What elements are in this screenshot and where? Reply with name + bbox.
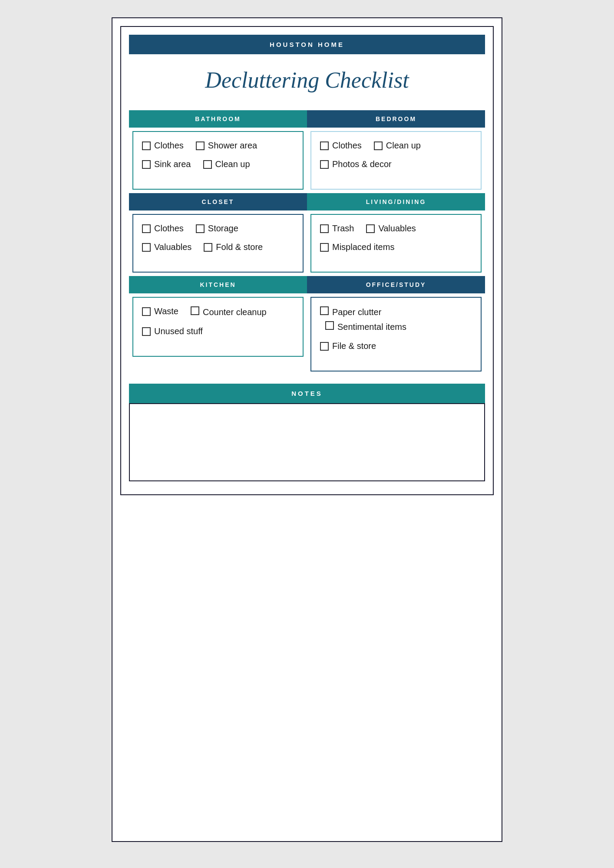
checkbox-bathroom-shower[interactable] [196,141,205,150]
checkbox-living-trash[interactable] [320,224,329,233]
checkbox-bathroom-clothes[interactable] [142,141,151,150]
brand-banner: HOUSTON HOME [129,35,485,54]
outer-border: HOUSTON HOME Decluttering Checklist BATH… [120,26,494,495]
closet-clothes-label: Clothes [154,224,184,233]
bedroom-row-1: Clothes Clean up [320,141,472,154]
closet-item-clothes: Clothes [142,224,184,233]
office-row-1: Paper clutter Sentimental items [320,306,472,336]
closet-section: CLOSET Clothes Storage [129,193,307,276]
bathroom-clothes-label: Clothes [154,141,184,151]
closet-item-storage: Storage [196,224,238,233]
kitchen-row-2: Unused stuff [142,326,294,340]
notes-header: NOTES [129,384,485,403]
bedroom-cleanup-label: Clean up [386,141,421,151]
bathroom-item-sink: Sink area [142,159,191,169]
checkbox-living-misplaced[interactable] [320,243,329,252]
kitchen-content: Waste Counter cleanup Unused stuff [132,297,304,357]
office-file-label: File & store [332,341,376,351]
sections-grid: BATHROOM Clothes Shower area [129,110,485,375]
closet-fold-label: Fold & store [216,242,263,252]
bathroom-row-1: Clothes Shower area [142,141,294,154]
bathroom-shower-label: Shower area [208,141,257,151]
office-sentimental-label: Sentimental items [337,321,406,332]
checkbox-living-valuables[interactable] [366,224,375,233]
checkbox-kitchen-waste[interactable] [142,307,151,316]
notes-content [129,403,485,481]
checkbox-closet-storage[interactable] [196,224,205,233]
living-row-1: Trash Valuables [320,224,472,237]
closet-header: CLOSET [129,193,307,210]
living-item-trash: Trash [320,224,354,233]
bathroom-item-clothes: Clothes [142,141,184,151]
bathroom-section: BATHROOM Clothes Shower area [129,110,307,193]
living-misplaced-label: Misplaced items [332,242,394,252]
office-content: Paper clutter Sentimental items File & s… [310,297,482,372]
bathroom-cleanup-label: Clean up [215,159,250,169]
office-item-file: File & store [320,341,376,351]
kitchen-unused-label: Unused stuff [154,326,203,336]
checkbox-office-file[interactable] [320,342,329,351]
office-paper-label: Paper clutter [332,306,381,318]
living-row-2: Misplaced items [320,242,472,256]
living-item-valuables: Valuables [366,224,416,233]
checkbox-bedroom-photos[interactable] [320,160,329,169]
bedroom-item-cleanup: Clean up [374,141,421,151]
living-item-misplaced: Misplaced items [320,242,394,252]
bedroom-section: BEDROOM Clothes Clean up [307,110,485,193]
office-section: OFFICE/STUDY Paper clutter Sentimental i… [307,276,485,375]
closet-valuables-label: Valuables [154,242,191,252]
living-valuables-label: Valuables [378,224,416,233]
bedroom-row-2: Photos & decor [320,159,472,173]
kitchen-header: KITCHEN [129,276,307,293]
living-section: LIVING/DINING Trash Valuables [307,193,485,276]
closet-row-2: Valuables Fold & store [142,242,294,256]
bedroom-header: BEDROOM [307,110,485,128]
checkbox-closet-valuables[interactable] [142,243,151,252]
page-title: Decluttering Checklist [121,54,493,110]
checkbox-kitchen-unused[interactable] [142,327,151,336]
checkbox-office-sentimental[interactable] [325,321,334,330]
living-header: LIVING/DINING [307,193,485,210]
checkbox-bedroom-clothes[interactable] [320,141,329,150]
checkbox-closet-clothes[interactable] [142,224,151,233]
checkbox-bedroom-cleanup[interactable] [374,141,383,150]
checkbox-closet-fold[interactable] [204,243,212,252]
page: HOUSTON HOME Decluttering Checklist BATH… [112,17,502,842]
bathroom-header: BATHROOM [129,110,307,128]
closet-row-1: Clothes Storage [142,224,294,237]
office-header: OFFICE/STUDY [307,276,485,293]
kitchen-item-counter: Counter cleanup [191,306,267,318]
bathroom-content: Clothes Shower area Sink area [132,131,304,190]
bedroom-content: Clothes Clean up Photos & decor [310,131,482,190]
closet-content: Clothes Storage Valuables [132,214,304,273]
checkbox-kitchen-counter[interactable] [191,306,199,315]
kitchen-item-waste: Waste [142,306,178,316]
notes-section: NOTES [129,384,485,481]
kitchen-waste-label: Waste [154,306,178,316]
bedroom-item-clothes: Clothes [320,141,362,151]
kitchen-row-1: Waste Counter cleanup [142,306,294,321]
closet-storage-label: Storage [208,224,238,233]
living-trash-label: Trash [332,224,354,233]
bathroom-item-shower: Shower area [196,141,257,151]
office-item-paper: Paper clutter [320,306,381,318]
kitchen-section: KITCHEN Waste Counter cleanup [129,276,307,375]
bedroom-item-photos: Photos & decor [320,159,392,169]
checkbox-bathroom-sink[interactable] [142,160,151,169]
bathroom-sink-label: Sink area [154,159,191,169]
office-item-sentimental: Sentimental items [325,321,406,332]
office-row-2: File & store [320,341,472,355]
bathroom-row-2: Sink area Clean up [142,159,294,173]
closet-item-valuables: Valuables [142,242,191,252]
checkbox-bathroom-cleanup[interactable] [203,160,212,169]
bedroom-photos-label: Photos & decor [332,159,392,169]
kitchen-counter-label: Counter cleanup [203,306,267,318]
brand-text: HOUSTON HOME [270,41,344,48]
kitchen-item-unused: Unused stuff [142,326,203,336]
bathroom-item-cleanup: Clean up [203,159,250,169]
closet-item-fold: Fold & store [204,242,263,252]
living-content: Trash Valuables Misplaced items [310,214,482,273]
checkbox-office-paper[interactable] [320,306,329,315]
bedroom-clothes-label: Clothes [332,141,362,151]
